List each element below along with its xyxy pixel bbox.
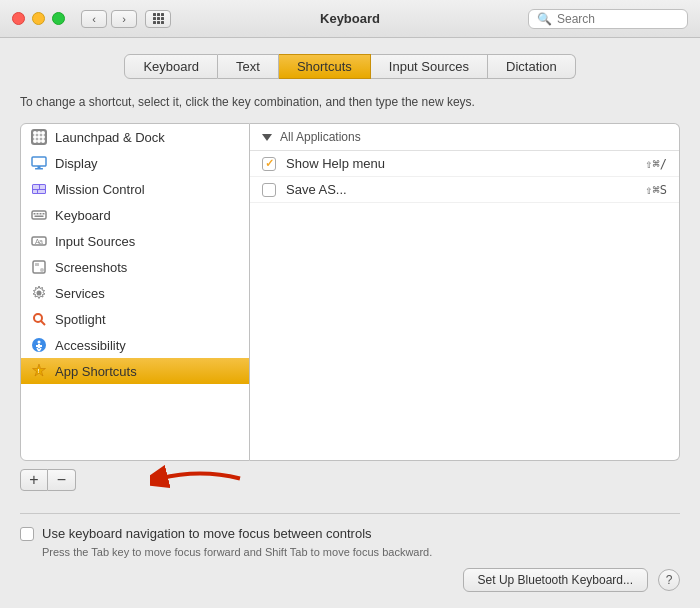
svg-point-34 <box>38 341 41 344</box>
screenshots-icon <box>31 259 47 275</box>
shortcut-row-save-as[interactable]: Save AS... ⇧⌘S <box>250 177 679 203</box>
svg-rect-18 <box>32 211 46 219</box>
sidebar-item-label: Input Sources <box>55 234 135 249</box>
action-bar: Set Up Bluetooth Keyboard... ? <box>20 558 680 592</box>
svg-point-31 <box>34 314 42 322</box>
content-area: Launchpad & Dock Display <box>20 123 680 461</box>
svg-line-32 <box>41 321 45 325</box>
minimize-button[interactable] <box>32 12 45 25</box>
nav-keyboard-checkbox[interactable] <box>20 527 34 541</box>
svg-rect-19 <box>34 213 36 215</box>
add-remove-bar: + − <box>20 469 680 491</box>
sidebar-list: Launchpad & Dock Display <box>20 123 250 461</box>
svg-point-29 <box>40 268 44 272</box>
tab-keyboard[interactable]: Keyboard <box>124 54 218 79</box>
sidebar-item-label: Launchpad & Dock <box>55 130 165 145</box>
collapse-icon <box>262 134 272 141</box>
bluetooth-setup-button[interactable]: Set Up Bluetooth Keyboard... <box>463 568 648 592</box>
sidebar-item-mission-control[interactable]: Mission Control <box>21 176 249 202</box>
sidebar-item-label: App Shortcuts <box>55 364 137 379</box>
shortcut-name: Save AS... <box>286 182 645 197</box>
checkmark-icon: ✓ <box>265 157 274 170</box>
shortcuts-list: ✓ Show Help menu ⇧⌘/ Save AS... ⇧⌘S <box>250 151 679 460</box>
svg-rect-20 <box>37 213 39 215</box>
traffic-lights <box>12 12 65 25</box>
shortcut-checkbox-save-as[interactable] <box>262 183 276 197</box>
svg-point-9 <box>41 139 45 143</box>
search-box[interactable]: 🔍 <box>528 9 688 29</box>
display-icon <box>31 155 47 171</box>
svg-point-2 <box>37 131 41 135</box>
back-button[interactable]: ‹ <box>81 10 107 28</box>
svg-text:!: ! <box>38 368 40 374</box>
sidebar-item-keyboard[interactable]: Keyboard <box>21 202 249 228</box>
remove-button[interactable]: − <box>48 469 76 491</box>
all-apps-header: All Applications <box>250 124 679 151</box>
sidebar-item-services[interactable]: Services <box>21 280 249 306</box>
sidebar-item-label: Display <box>55 156 98 171</box>
svg-point-3 <box>41 131 45 135</box>
sidebar-item-screenshots[interactable]: Screenshots <box>21 254 249 280</box>
svg-text:a: a <box>39 238 43 245</box>
tab-shortcuts[interactable]: Shortcuts <box>279 54 371 79</box>
svg-rect-12 <box>38 166 41 168</box>
svg-rect-21 <box>40 213 42 215</box>
main-content: Keyboard Text Shortcuts Input Sources Di… <box>0 38 700 608</box>
input-sources-icon: A a <box>31 233 47 249</box>
shortcut-keys: ⇧⌘S <box>645 183 667 197</box>
sidebar-item-label: Screenshots <box>55 260 127 275</box>
tabs-bar: Keyboard Text Shortcuts Input Sources Di… <box>20 54 680 79</box>
svg-rect-16 <box>33 190 37 193</box>
maximize-button[interactable] <box>52 12 65 25</box>
sidebar-item-app-shortcuts[interactable]: ! App Shortcuts <box>21 358 249 384</box>
tab-dictation[interactable]: Dictation <box>488 54 576 79</box>
sidebar-item-accessibility[interactable]: Accessibility <box>21 332 249 358</box>
svg-point-30 <box>37 291 42 296</box>
sidebar-item-label: Accessibility <box>55 338 126 353</box>
svg-rect-11 <box>35 168 43 170</box>
grid-button[interactable] <box>145 10 171 28</box>
spotlight-icon <box>31 311 47 327</box>
sidebar-item-spotlight[interactable]: Spotlight <box>21 306 249 332</box>
svg-point-4 <box>33 135 37 139</box>
help-button[interactable]: ? <box>658 569 680 591</box>
svg-point-6 <box>41 135 45 139</box>
titlebar: ‹ › Keyboard 🔍 <box>0 0 700 38</box>
shortcut-row-show-help[interactable]: ✓ Show Help menu ⇧⌘/ <box>250 151 679 177</box>
svg-rect-23 <box>35 216 44 218</box>
keyboard-icon <box>31 207 47 223</box>
launchpad-icon <box>31 129 47 145</box>
nav-hint-text: Press the Tab key to move focus forward … <box>42 546 680 558</box>
sidebar-item-input-sources[interactable]: A a Input Sources <box>21 228 249 254</box>
sidebar-item-label: Services <box>55 286 105 301</box>
nav-checkbox-row: Use keyboard navigation to move focus be… <box>20 526 680 541</box>
tab-input-sources[interactable]: Input Sources <box>371 54 488 79</box>
tab-text[interactable]: Text <box>218 54 279 79</box>
mission-control-icon <box>31 181 47 197</box>
arrow-hint <box>150 464 250 497</box>
shortcut-keys: ⇧⌘/ <box>645 157 667 171</box>
svg-point-8 <box>37 139 41 143</box>
svg-point-7 <box>33 139 37 143</box>
right-panel: All Applications ✓ Show Help menu ⇧⌘/ Sa… <box>250 123 680 461</box>
add-button[interactable]: + <box>20 469 48 491</box>
shortcut-checkbox-show-help[interactable]: ✓ <box>262 157 276 171</box>
close-button[interactable] <box>12 12 25 25</box>
bottom-section: Use keyboard navigation to move focus be… <box>20 513 680 558</box>
svg-rect-14 <box>33 185 39 189</box>
sidebar-item-label: Mission Control <box>55 182 145 197</box>
forward-button[interactable]: › <box>111 10 137 28</box>
all-apps-label: All Applications <box>280 130 361 144</box>
svg-point-5 <box>37 135 41 139</box>
search-input[interactable] <box>557 12 679 26</box>
svg-rect-22 <box>43 213 45 215</box>
sidebar-item-label: Spotlight <box>55 312 106 327</box>
sidebar-item-label: Keyboard <box>55 208 111 223</box>
svg-point-1 <box>33 131 37 135</box>
description-text: To change a shortcut, select it, click t… <box>20 93 680 111</box>
svg-rect-15 <box>40 185 45 189</box>
nav-checkbox-label: Use keyboard navigation to move focus be… <box>42 526 372 541</box>
app-shortcuts-icon: ! <box>31 363 47 379</box>
sidebar-item-display[interactable]: Display <box>21 150 249 176</box>
sidebar-item-launchpad[interactable]: Launchpad & Dock <box>21 124 249 150</box>
